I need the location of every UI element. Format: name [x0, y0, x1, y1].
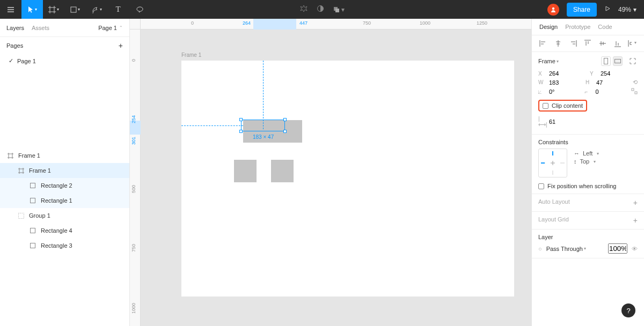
constraints-heading: Constraints: [538, 139, 638, 145]
frame-tool-button[interactable]: ▾: [43, 0, 64, 19]
canvas-shape[interactable]: [234, 160, 257, 182]
layer-row-rect[interactable]: Rectangle 2: [0, 178, 129, 193]
comment-tool-button[interactable]: [129, 0, 150, 19]
layer-name: Rectangle 4: [41, 227, 72, 234]
page-name: Page 1: [17, 58, 36, 64]
canvas[interactable]: 0 264 447 750 1000 1250 1500 0 254 301 5…: [130, 19, 531, 326]
h-label: H: [586, 79, 593, 85]
constraint-h-dropdown[interactable]: ↔ Left ▾: [574, 150, 599, 157]
right-tabs: Design Prototype Code: [532, 19, 644, 35]
share-button[interactable]: Share: [567, 3, 597, 17]
w-input[interactable]: [549, 79, 570, 86]
add-layout-grid-button[interactable]: +: [633, 216, 638, 225]
main-menu-button[interactable]: [0, 0, 21, 19]
ruler-vertical: 0 254 301 500 750 1000: [130, 29, 141, 326]
align-tools: ▾: [532, 35, 644, 52]
tab-code[interactable]: Code: [598, 24, 612, 30]
resize-to-fit-button[interactable]: [628, 56, 638, 66]
constraint-v-dropdown[interactable]: ↕ Top ▾: [574, 158, 599, 165]
blend-mode-icon[interactable]: ○: [538, 246, 542, 252]
svg-rect-8: [632, 88, 634, 91]
help-button[interactable]: ?: [621, 303, 635, 317]
chevron-down-icon: ▾: [100, 7, 102, 12]
w-label: W: [538, 79, 546, 85]
layer-row-rect[interactable]: Rectangle 4: [0, 223, 129, 238]
align-hcenter-icon[interactable]: [553, 40, 563, 47]
gap-input[interactable]: [549, 118, 570, 125]
h-input[interactable]: [596, 79, 618, 86]
tab-layers[interactable]: Layers: [6, 25, 24, 31]
distribute-icon[interactable]: ▾: [628, 40, 638, 47]
svg-point-4: [552, 7, 554, 9]
pen-tool-button[interactable]: ▾: [86, 0, 107, 19]
corner-input[interactable]: [596, 88, 617, 95]
community-icon[interactable]: [299, 4, 308, 14]
clip-content-checkbox[interactable]: Clip content: [538, 100, 587, 112]
layout-grid-section: Layout Grid +: [532, 212, 644, 229]
layer-row-rect[interactable]: Rectangle 1: [0, 193, 129, 208]
toolbar-center: ▾: [299, 4, 345, 14]
layer-tree: Frame 1 Frame 1 Rectangle 2 Rectangle 1 …: [0, 148, 129, 326]
layer-row-group[interactable]: Group 1: [0, 208, 129, 223]
portrait-button[interactable]: [601, 56, 611, 66]
independent-corners-icon[interactable]: [631, 88, 638, 95]
frame-type-dropdown[interactable]: Frame▾: [538, 58, 559, 64]
align-bottom-icon[interactable]: [613, 40, 623, 47]
layer-heading: Layer: [538, 234, 638, 240]
add-auto-layout-button[interactable]: +: [633, 198, 638, 207]
ruler-corner: [130, 19, 141, 29]
canvas-frame[interactable]: [181, 61, 514, 297]
blend-mode-dropdown[interactable]: Pass Through▾: [546, 246, 586, 252]
smart-guide: [181, 125, 243, 126]
svg-rect-7: [615, 60, 621, 63]
opacity-input[interactable]: [608, 243, 627, 254]
toolbar-right: Share 49%▾: [547, 3, 644, 17]
shape-tool-button[interactable]: ▾: [64, 0, 86, 19]
move-tool-button[interactable]: ▾: [21, 0, 43, 19]
link-wh-icon[interactable]: ⟲: [633, 79, 638, 86]
layer-row-rect[interactable]: Rectangle 3: [0, 238, 129, 253]
present-button[interactable]: [604, 5, 611, 13]
selection-box[interactable]: [241, 120, 285, 131]
avatar[interactable]: [547, 4, 559, 16]
frame-icon: [6, 153, 14, 159]
svg-rect-3: [335, 9, 339, 12]
svg-rect-5: [18, 213, 24, 218]
tab-assets[interactable]: Assets: [32, 25, 49, 31]
layer-name: Rectangle 2: [41, 182, 72, 189]
align-top-icon[interactable]: [583, 40, 592, 47]
zoom-dropdown[interactable]: 49%▾: [618, 6, 636, 13]
y-label: Y: [590, 71, 597, 77]
align-left-icon[interactable]: [538, 40, 548, 47]
landscape-button[interactable]: [613, 56, 623, 66]
page-dropdown[interactable]: Page 1⌃: [98, 25, 123, 31]
x-input[interactable]: [549, 70, 570, 77]
chevron-down-icon: ▾: [35, 7, 37, 12]
layer-row-frame[interactable]: Frame 1: [0, 148, 129, 163]
rectangle-icon: [29, 183, 36, 188]
corner-radius-icon: ⌐: [585, 89, 592, 95]
frame-icon: [17, 168, 25, 174]
frame-label[interactable]: Frame 1: [181, 52, 201, 58]
fix-position-checkbox[interactable]: Fix position when scrolling: [538, 183, 638, 189]
svg-rect-9: [635, 92, 637, 94]
toolbar-left: ▾ ▾ ▾ ▾ T: [0, 0, 150, 19]
x-label: X: [538, 71, 546, 77]
align-right-icon[interactable]: [568, 40, 578, 47]
align-vcenter-icon[interactable]: [598, 40, 608, 47]
page-item[interactable]: ✓ Page 1: [0, 54, 129, 68]
contrast-icon[interactable]: [317, 5, 324, 14]
right-panel: Design Prototype Code ▾ Frame▾: [531, 19, 644, 326]
tab-design[interactable]: Design: [539, 24, 558, 30]
left-panel: Layers Assets Page 1⌃ Pages + ✓ Page 1 F…: [0, 19, 130, 326]
tab-prototype[interactable]: Prototype: [565, 24, 590, 30]
add-page-button[interactable]: +: [119, 41, 123, 50]
layer-row-frame[interactable]: Frame 1: [0, 163, 129, 178]
constraint-diagram[interactable]: [538, 149, 567, 177]
text-tool-button[interactable]: T: [107, 0, 129, 19]
visibility-icon[interactable]: 👁: [632, 246, 638, 252]
rotation-input[interactable]: [549, 88, 570, 95]
canvas-shape[interactable]: [271, 160, 294, 182]
y-input[interactable]: [601, 70, 622, 77]
file-icon[interactable]: ▾: [333, 6, 345, 13]
